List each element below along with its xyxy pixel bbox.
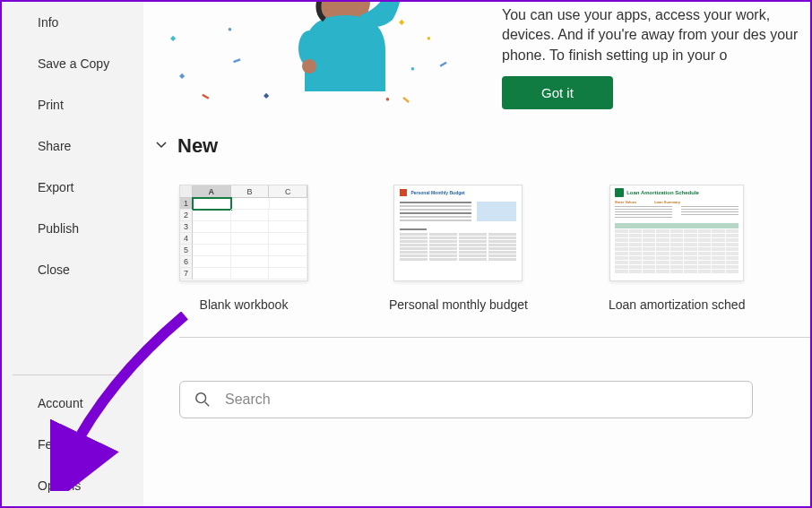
- template-label: Personal monthly budget: [389, 297, 528, 312]
- template-label: Loan amortization sched: [609, 297, 746, 312]
- template-gallery: ABC 1 2 3 4 5 6 7 Blank workbook Persona…: [143, 158, 810, 312]
- hero-banner: ◆ ◆ ▬ ● ▬ ◆ ◆ ● ● ▬ ● ▬ You can use your…: [143, 2, 810, 127]
- got-it-button[interactable]: Got it: [502, 76, 613, 109]
- new-section-header[interactable]: New: [143, 127, 810, 158]
- section-title: New: [177, 134, 218, 158]
- template-thumbnail: Loan Amortization Schedule Enter ValuesL…: [609, 185, 744, 281]
- search-icon: [194, 392, 211, 408]
- backstage-main: ◆ ◆ ▬ ● ▬ ◆ ◆ ● ● ▬ ● ▬ You can use your…: [143, 2, 810, 506]
- search-section: [179, 381, 810, 418]
- template-loan-amortization[interactable]: Loan Amortization Schedule Enter ValuesL…: [609, 185, 746, 312]
- sidebar-item-close[interactable]: Close: [2, 249, 143, 290]
- template-blank-workbook[interactable]: ABC 1 2 3 4 5 6 7 Blank workbook: [179, 185, 308, 312]
- sidebar-item-publish[interactable]: Publish: [2, 208, 143, 249]
- person-illustration-icon: [269, 2, 403, 109]
- sidebar-item-feedback[interactable]: Feedback: [2, 424, 143, 465]
- sidebar-item-info[interactable]: Info: [2, 2, 143, 43]
- sidebar-item-options[interactable]: Options: [2, 465, 143, 506]
- template-label: Blank workbook: [200, 297, 289, 312]
- search-box[interactable]: [179, 381, 753, 418]
- svg-point-3: [302, 59, 316, 73]
- sidebar-item-share[interactable]: Share: [2, 125, 143, 167]
- search-input[interactable]: [225, 392, 738, 408]
- sidebar-item-print[interactable]: Print: [2, 84, 143, 125]
- chevron-down-icon: [154, 137, 168, 155]
- templates-divider: [179, 337, 810, 338]
- svg-line-5: [205, 402, 210, 407]
- sidebar-item-save-a-copy[interactable]: Save a Copy: [2, 43, 143, 84]
- template-thumbnail: Personal Monthly Budget: [393, 185, 523, 281]
- sidebar-item-export[interactable]: Export: [2, 167, 143, 208]
- template-thumbnail: ABC 1 2 3 4 5 6 7: [179, 185, 308, 281]
- svg-point-4: [196, 393, 206, 403]
- hero-illustration: ◆ ◆ ▬ ● ▬ ◆ ◆ ● ● ▬ ● ▬: [161, 2, 502, 127]
- sidebar-divider: [13, 375, 133, 375]
- hero-text: You can use your apps, access your work,…: [502, 2, 810, 127]
- template-personal-monthly-budget[interactable]: Personal Monthly Budget: [389, 185, 528, 312]
- backstage-sidebar: Info Save a Copy Print Share Export Publ…: [2, 2, 143, 506]
- sidebar-item-account[interactable]: Account: [2, 383, 143, 424]
